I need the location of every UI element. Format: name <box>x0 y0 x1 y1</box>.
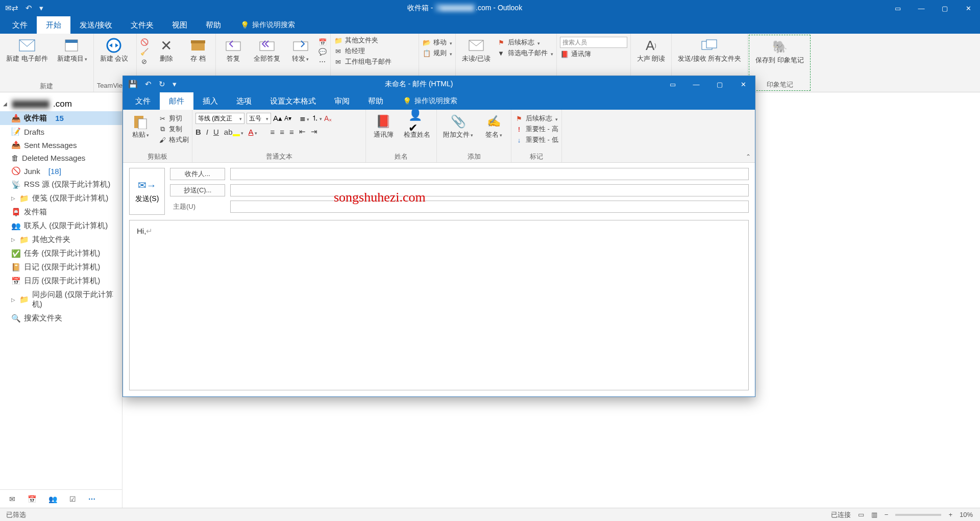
tell-me[interactable]: 💡操作说明搜索 <box>230 16 295 34</box>
folder-deleted[interactable]: 🗑Deleted Messages <box>0 152 122 164</box>
maximize-button[interactable]: ▢ <box>933 0 957 16</box>
zoom-in-button[interactable]: + <box>948 511 952 518</box>
qat-sendreceive-icon[interactable]: ✉⇄ <box>5 4 18 13</box>
folder-rss[interactable]: 📡RSS 源 (仅限于此计算机) <box>0 178 122 191</box>
minimize-button[interactable]: — <box>910 0 933 16</box>
tab-format[interactable]: 设置文本格式 <box>261 92 325 110</box>
close-button[interactable]: ✕ <box>957 0 980 16</box>
tab-file[interactable]: 文件 <box>3 16 37 34</box>
unread-button[interactable]: 未读/已读 <box>459 36 494 64</box>
paste-button[interactable]: 粘贴 <box>126 112 155 140</box>
tab-folder[interactable]: 文件夹 <box>121 16 163 34</box>
new-item-button[interactable]: 新建项目 <box>54 36 90 64</box>
folder-sent[interactable]: 📤Sent Messages <box>0 138 122 152</box>
folder-tasks[interactable]: ✅任务 (仅限于此计算机) <box>0 246 122 260</box>
view-reading-icon[interactable]: ▥ <box>871 511 877 518</box>
quickstep-item[interactable]: ✉工作组电子邮件 <box>334 57 415 66</box>
folder-contacts[interactable]: 👥联系人 (仅限于此计算机) <box>0 219 122 233</box>
bullets-button[interactable]: ≣ <box>300 114 309 122</box>
align-center-button[interactable]: ≡ <box>280 128 284 136</box>
clear-formatting-button[interactable]: Aₓ <box>324 114 332 122</box>
font-family-select[interactable]: 等线 (西文正 <box>195 113 244 124</box>
reply-button[interactable]: 答复 <box>219 36 248 64</box>
new-mail-button[interactable]: 新建 电子邮件 <box>3 36 51 64</box>
cut-button[interactable]: ✂剪切 <box>158 114 189 123</box>
grow-font-button[interactable]: A▴ <box>273 114 282 123</box>
cc-button[interactable]: 抄送(C)... <box>170 184 225 196</box>
folder-outbox[interactable]: 📮发件箱 <box>0 205 122 219</box>
low-importance-button[interactable]: ↓重要性 - 低 <box>514 135 558 144</box>
nav-people-icon[interactable]: 👥 <box>48 495 57 503</box>
folder-other[interactable]: ▷📁其他文件夹 <box>0 233 122 246</box>
folder-sync[interactable]: ▷📁同步问题 (仅限于此计算机) <box>0 288 122 311</box>
archive-button[interactable]: 存 档 <box>184 36 212 64</box>
cc-input[interactable] <box>230 184 749 196</box>
move-button[interactable]: 📂移动 <box>422 38 452 47</box>
underline-button[interactable]: U <box>213 128 219 136</box>
quickstep-item[interactable]: ✉给经理 <box>334 46 415 56</box>
nav-tasks-icon[interactable]: ☑ <box>69 495 76 503</box>
qat-customize-icon[interactable]: ▾ <box>39 4 43 13</box>
folder-search[interactable]: 🔍搜索文件夹 <box>0 311 122 325</box>
high-importance-button[interactable]: !重要性 - 高 <box>514 125 558 134</box>
tab-view[interactable]: 视图 <box>163 16 197 34</box>
tab-options[interactable]: 选项 <box>227 92 261 110</box>
font-color-button[interactable]: A <box>249 128 257 136</box>
highlight-button[interactable]: ab <box>224 128 243 136</box>
send-button[interactable]: ✉→ 发送(S) <box>129 168 165 215</box>
indent-button[interactable]: ⇥ <box>311 127 317 136</box>
delete-button[interactable]: ✕删除 <box>152 36 181 64</box>
maximize-button[interactable]: ▢ <box>708 76 731 92</box>
qat-undo-icon[interactable]: ↶ <box>145 80 152 89</box>
replyall-button[interactable]: 全部答复 <box>251 36 283 64</box>
evernote-button[interactable]: 🐘保存到 印象笔记 <box>752 37 807 65</box>
signature-button[interactable]: ✍签名 <box>479 112 508 140</box>
junk-button[interactable]: ⊘ <box>140 57 149 65</box>
ribbon-options-icon[interactable]: ▭ <box>661 76 684 92</box>
minimize-button[interactable]: — <box>684 76 708 92</box>
tab-help[interactable]: 帮助 <box>359 92 393 110</box>
addressbook-button[interactable]: 📕通讯簿 <box>560 49 627 59</box>
folder-notes[interactable]: ▷📁便笺 (仅限于此计算机) <box>0 191 122 205</box>
qat-save-icon[interactable]: 💾 <box>128 80 138 89</box>
tab-insert[interactable]: 插入 <box>193 92 227 110</box>
close-button[interactable]: ✕ <box>731 76 755 92</box>
tell-me[interactable]: 💡操作说明搜索 <box>393 92 457 110</box>
qat-customize-icon[interactable]: ▾ <box>173 80 177 89</box>
followup-button[interactable]: ⚑后续标志 <box>514 114 558 123</box>
folder-drafts[interactable]: 📝Drafts <box>0 125 122 138</box>
qat-undo-icon[interactable]: ↶ <box>26 4 32 13</box>
forward-button[interactable]: 转发 <box>286 36 315 64</box>
read-aloud-button[interactable]: A)大声 朗读 <box>634 36 669 64</box>
search-people-input[interactable]: 搜索人员 <box>560 37 627 48</box>
view-normal-icon[interactable]: ▭ <box>858 511 864 518</box>
copy-button[interactable]: ⧉复制 <box>158 125 189 134</box>
account-header[interactable]: ◢▮▮▮▮▮▮▮▮.com <box>0 96 122 111</box>
tab-file[interactable]: 文件 <box>126 92 160 110</box>
followup-button[interactable]: ⚑后续标志 <box>497 38 553 47</box>
check-names-button[interactable]: 👤✔检查姓名 <box>401 112 433 140</box>
nav-more-icon[interactable]: ⋯ <box>88 495 95 503</box>
to-button[interactable]: 收件人... <box>170 168 225 180</box>
qat-redo-icon[interactable]: ↻ <box>159 80 165 89</box>
format-painter-button[interactable]: 🖌格式刷 <box>158 135 189 144</box>
numbering-button[interactable]: ⒈ <box>311 114 322 123</box>
font-size-select[interactable]: 五号 <box>247 113 271 124</box>
italic-button[interactable]: I <box>206 128 208 136</box>
nav-calendar-icon[interactable]: 📅 <box>28 495 36 503</box>
teamviewer-button[interactable]: 新建 会议 <box>97 36 132 64</box>
im-button[interactable]: 💬 <box>318 47 327 56</box>
message-body[interactable]: songshuhezi.com Hi,↵ <box>129 220 749 390</box>
ribbon-options-icon[interactable]: ▭ <box>886 0 910 16</box>
ignore-button[interactable]: 🚫 <box>140 38 149 46</box>
tab-review[interactable]: 审阅 <box>325 92 359 110</box>
tab-sendreceive[interactable]: 发送/接收 <box>70 16 121 34</box>
bold-button[interactable]: B <box>195 128 201 136</box>
meeting-button[interactable]: 📅 <box>318 38 327 46</box>
tab-home[interactable]: 开始 <box>37 16 70 34</box>
collapse-ribbon-button[interactable]: ⌃ <box>746 153 751 160</box>
zoom-slider[interactable] <box>895 514 941 516</box>
rules-button[interactable]: 📋规则 <box>422 48 452 58</box>
folder-inbox[interactable]: 📥收件箱 15 <box>0 111 122 125</box>
attach-file-button[interactable]: 📎附加文件 <box>440 112 476 140</box>
